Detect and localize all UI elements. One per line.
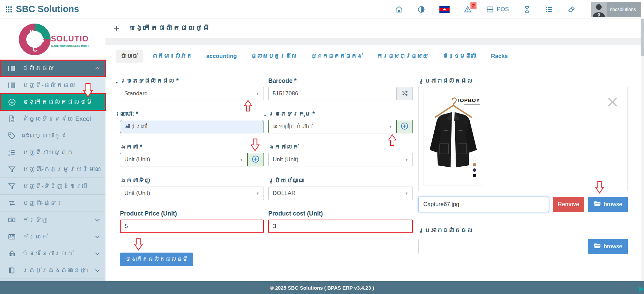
topbar: SBC Solutions 2 POS sbcsolutions: [0, 0, 644, 19]
main-content: បង្កើតផលិតផលថ្មី ចាំបាច់ពត៌មានលំអិតaccou…: [105, 19, 641, 281]
user-menu[interactable]: sbcsolutions: [591, 2, 641, 17]
name-input[interactable]: [120, 120, 264, 133]
sale-unit-select[interactable]: Unit (Unit) ▼: [268, 153, 413, 166]
sidebar-item[interactable]: ចំនុចនៃការលក់: [0, 245, 105, 262]
username: sbcsolutions: [610, 7, 636, 12]
sidebar-item[interactable]: បញ្ជី-ទំនិញដកប្រើ: [0, 178, 105, 195]
tab[interactable]: ចាំបាច់: [116, 50, 143, 63]
product-image-preview-box: TOPBOY: [418, 87, 628, 191]
svg-text:C: C: [33, 45, 37, 53]
tab[interactable]: ពត៌មានលំអិត: [147, 50, 197, 63]
sidebar-item-label: ការលក់: [22, 233, 88, 240]
browse-image-button[interactable]: browse: [588, 197, 628, 212]
chevron-down-icon: [94, 217, 101, 223]
chevron-down-icon: [94, 250, 101, 257]
generate-barcode-button[interactable]: [397, 87, 413, 100]
group-select[interactable]: សម្លៀកបំពាក់ ▼: [268, 120, 397, 133]
sidebar-item[interactable]: បញ្ជី-ផលិតផល: [0, 77, 105, 94]
book-icon: [7, 266, 16, 274]
list-icon[interactable]: [545, 5, 553, 13]
tab[interactable]: Racks: [486, 50, 513, 63]
folder-icon: [594, 201, 601, 208]
vertical-scrollbar[interactable]: [641, 19, 644, 281]
sidebar-item[interactable]: បង្កើតផលិតផលថ្មី: [0, 94, 105, 110]
caret-down-icon: ▼: [256, 191, 259, 195]
tab[interactable]: ផ្លាស់ប្តូរតំលៃ: [246, 50, 302, 63]
pos-button[interactable]: POS: [486, 5, 509, 13]
divider-band: [105, 38, 641, 45]
sidebar-item[interactable]: នាំចូលទិន្នន័យ Excel: [0, 110, 105, 127]
image2-filename-input[interactable]: [418, 239, 588, 254]
cambodia-flag-icon[interactable]: [439, 6, 450, 13]
sidebar-item[interactable]: បញ្ជី-ផ្ទេរ: [0, 195, 105, 211]
sidebar-item[interactable]: ផលិតផល: [0, 60, 105, 77]
home-icon[interactable]: [395, 5, 403, 13]
sale-unit-label: ឯកតាលក់: [268, 143, 413, 151]
caret-down-icon: ▼: [389, 125, 392, 129]
purchase-unit-label: ឯកតាទិញ: [120, 177, 264, 184]
unit-select[interactable]: Unit (Unit) ▼: [120, 153, 248, 166]
cost-label: Product cost (Unit): [268, 210, 413, 217]
alert-count-badge: 2: [470, 2, 477, 9]
pos-grid-icon: [486, 5, 494, 13]
browse-image2-button[interactable]: browse: [588, 239, 628, 254]
barcode-input[interactable]: [268, 87, 397, 100]
add-group-button[interactable]: [397, 120, 413, 133]
sidebar-item[interactable]: $ ការលក់: [0, 228, 105, 245]
svg-text:S: S: [29, 28, 34, 36]
sidebar-item[interactable]: បញ្ជី-កែតម្រូវបរិមាណ: [0, 161, 105, 178]
plus-circle-icon: [251, 155, 260, 164]
list-ol-icon: 12: [7, 149, 16, 157]
plus-circle-icon: [7, 98, 16, 106]
folder-icon: [594, 243, 601, 251]
field-product-type: ប្រភេទផលិតផល * Standard ▼: [120, 77, 264, 100]
submit-create-product-button[interactable]: បង្កើតផលិតផលថ្មី: [120, 253, 193, 266]
sidebar-item-label: បញ្ជី-ផ្ទេរ: [22, 199, 101, 207]
product-type-select[interactable]: Standard ▼: [120, 87, 264, 100]
footer: © 2025 SBC Solutions ( BPAS ERP v3.4.23 …: [0, 281, 644, 294]
sidebar-item[interactable]: 12 បញ្ជីរាប់ស្តុក: [0, 144, 105, 161]
topbar-actions: 2 POS sbcsolutions: [395, 0, 644, 19]
brand[interactable]: SBC Solutions: [5, 4, 79, 14]
collapse-plus-icon[interactable]: [113, 25, 120, 32]
clear-image-button[interactable]: [607, 96, 619, 108]
pos-label: POS: [497, 6, 509, 13]
product-image-label: រូបភាពផលិតផល: [418, 77, 473, 85]
sidebar-item-label: នាំចូលទិន្នន័យ Excel: [22, 115, 101, 123]
sidebar-item[interactable]: បោះពុម្ពបាកូដ: [0, 127, 105, 144]
eraser-icon[interactable]: [568, 5, 576, 13]
tab[interactable]: accounting: [201, 50, 242, 63]
field-cost: Product cost (Unit): [268, 210, 413, 233]
sidebar-item[interactable]: ការទិញ: [0, 211, 105, 228]
field-price: Product Price (Unit): [120, 210, 264, 233]
image-filename-input[interactable]: [418, 197, 549, 212]
app-root: SBC Solutions 2 POS sbcsolutions: [0, 0, 644, 294]
currency-select[interactable]: DOLLAR ▼: [268, 187, 413, 200]
tab[interactable]: ការផ្សព្វផ្សាយ: [372, 50, 433, 63]
purchase-unit-select[interactable]: Unit (Unit) ▼: [120, 187, 264, 200]
sidebar: S B C SOLUTIONS MAKE YOUR BUSINESS MUCH …: [0, 19, 105, 281]
add-unit-button[interactable]: [248, 153, 264, 166]
sidebar-menu: ផលិតផល បញ្ជី-ផលិតផល បង្កើតផលិតផលថ្មី នាំ…: [0, 60, 105, 279]
sidebar-item-label: បោះពុម្ពបាកូដ: [22, 132, 101, 139]
barcode-icon: [7, 65, 16, 72]
currency-label: រូបិយប័ណ្ណ: [268, 177, 413, 184]
alerts-button[interactable]: 2: [464, 5, 472, 13]
tab[interactable]: បន្ថែមពីលើ: [437, 50, 482, 63]
funnel-icon: [7, 182, 16, 190]
caret-down-icon: ▼: [405, 191, 408, 195]
sidebar-item[interactable]: គ្រប់គ្រងគណនេយ្យ: [0, 262, 105, 279]
field-unit: ឯកតា * Unit (Unit) ▼: [120, 143, 264, 166]
sale-icon: $: [7, 233, 16, 241]
cost-input[interactable]: [268, 220, 413, 233]
scrollbar-thumb[interactable]: [641, 19, 644, 56]
remove-image-button[interactable]: Remove: [553, 197, 584, 212]
contrast-icon[interactable]: [417, 5, 425, 13]
register-icon: [7, 250, 16, 258]
unit-label: ឯកតា *: [120, 143, 264, 151]
company-logo[interactable]: S B C SOLUTIONS MAKE YOUR BUSINESS MUCH …: [0, 19, 105, 60]
tab[interactable]: អ្នកផ្គត់ផ្គង់: [306, 50, 368, 63]
price-input[interactable]: [120, 220, 264, 233]
hourglass-icon[interactable]: [523, 5, 531, 13]
field-group: ប្រភេទក្រុម * សម្លៀកបំពាក់ ▼: [268, 110, 413, 133]
